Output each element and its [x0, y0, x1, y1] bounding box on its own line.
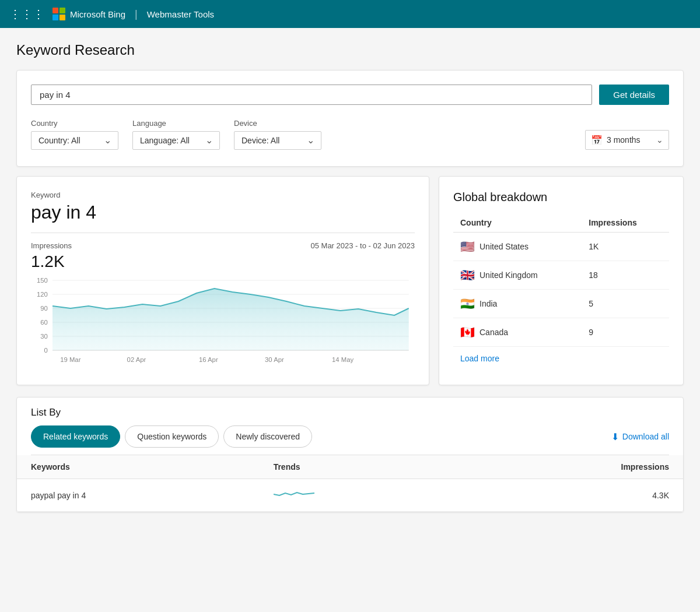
date-select[interactable]: 3 months 1 month 6 months 12 months — [585, 130, 669, 150]
breakdown-row: 🇮🇳 India 5 — [453, 290, 669, 318]
tab-question-keywords[interactable]: Question keywords — [125, 425, 219, 448]
chart-impressions-label: Impressions — [31, 241, 72, 250]
list-by-title: List By — [31, 407, 669, 418]
svg-text:02 Apr: 02 Apr — [127, 356, 146, 363]
windows-icon — [52, 8, 65, 20]
col-keywords: Keywords — [17, 455, 260, 479]
keyword-impressions-cell: 4.3K — [461, 479, 683, 512]
keywords-table: Keywords Trends Impressions paypal pay i… — [17, 455, 683, 512]
breakdown-col-country: Country — [453, 213, 582, 233]
keyword-name-cell: paypal pay in 4 — [17, 479, 260, 512]
download-icon: ⬇ — [611, 431, 619, 442]
get-details-button[interactable]: Get details — [599, 85, 669, 105]
country-name: Canada — [480, 328, 508, 337]
download-all-button[interactable]: ⬇ Download all — [611, 431, 669, 442]
col-trends: Trends — [260, 455, 461, 479]
country-flag: 🇬🇧 — [460, 268, 475, 282]
date-filter: 📅 3 months 1 month 6 months 12 months ⌄ — [585, 130, 669, 150]
country-label: Country — [31, 119, 118, 128]
search-row: Get details — [31, 85, 669, 105]
download-label: Download all — [622, 432, 669, 441]
tabs-container: Related keywordsQuestion keywordsNewly d… — [31, 425, 611, 455]
list-by-section: List By Related keywordsQuestion keyword… — [16, 397, 684, 512]
svg-text:150: 150 — [37, 277, 48, 284]
chart-divider — [31, 233, 415, 233]
breakdown-impressions-cell: 9 — [582, 318, 669, 347]
page-title: Keyword Research — [16, 42, 684, 58]
language-label: Language — [132, 119, 220, 128]
breakdown-country-cell: 🇮🇳 India — [453, 290, 582, 318]
breakdown-title: Global breakdown — [453, 191, 669, 204]
search-card: Get details Country Country: All Languag… — [16, 70, 684, 167]
breakdown-impressions-cell: 5 — [582, 290, 669, 318]
tab-newly-discovered[interactable]: Newly discovered — [223, 425, 312, 448]
svg-text:60: 60 — [40, 319, 48, 326]
svg-text:120: 120 — [37, 291, 48, 298]
svg-text:30: 30 — [40, 333, 48, 340]
breakdown-country-cell: 🇺🇸 United States — [453, 233, 582, 261]
app-name: Microsoft Bing — [70, 9, 125, 19]
breakdown-table: Country Impressions 🇺🇸 United States 1K … — [453, 213, 669, 347]
country-filter: Country Country: All — [31, 119, 118, 150]
logo-area: Microsoft Bing — [52, 8, 125, 20]
tab-related-keywords[interactable]: Related keywords — [31, 425, 120, 448]
svg-marker-12 — [52, 289, 409, 350]
breakdown-row: 🇨🇦 Canada 9 — [453, 318, 669, 347]
main-content-row: Keyword pay in 4 Impressions 05 Mar 2023… — [16, 176, 684, 385]
list-by-header: List By Related keywordsQuestion keyword… — [17, 398, 683, 455]
country-select[interactable]: Country: All — [31, 131, 118, 150]
svg-text:0: 0 — [44, 347, 47, 354]
svg-text:14 May: 14 May — [332, 356, 354, 363]
language-filter: Language Language: All — [132, 119, 220, 150]
tabs-row: Related keywordsQuestion keywordsNewly d… — [31, 425, 669, 455]
breakdown-impressions-cell: 18 — [582, 261, 669, 290]
keyword-search-input[interactable] — [31, 85, 592, 105]
chart-keyword-label: Keyword — [31, 191, 415, 199]
breakdown-row: 🇺🇸 United States 1K — [453, 233, 669, 261]
breakdown-row: 🇬🇧 United Kingdom 18 — [453, 261, 669, 290]
svg-text:16 Apr: 16 Apr — [199, 356, 218, 363]
chart-date-range: 05 Mar 2023 - to - 02 Jun 2023 — [310, 241, 415, 250]
date-select-wrapper: 📅 3 months 1 month 6 months 12 months ⌄ — [585, 130, 669, 150]
chart-impressions-value: 1.2K — [31, 252, 415, 271]
load-more-link[interactable]: Load more — [453, 347, 669, 370]
chart-area: 150 120 90 60 30 0 — [31, 276, 415, 371]
device-label: Device — [234, 119, 321, 128]
country-flag: 🇨🇦 — [460, 325, 475, 339]
tool-name: Webmaster Tools — [147, 9, 214, 19]
chart-keyword-value: pay in 4 — [31, 202, 415, 223]
trend-sparkline — [274, 487, 314, 501]
breakdown-col-impressions: Impressions — [582, 213, 669, 233]
chart-impressions-row: Impressions 05 Mar 2023 - to - 02 Jun 20… — [31, 241, 415, 250]
country-name: United States — [480, 242, 528, 251]
language-select[interactable]: Language: All — [132, 131, 220, 150]
device-filter: Device Device: All — [234, 119, 321, 150]
country-flag: 🇮🇳 — [460, 297, 475, 311]
language-select-wrapper: Language: All — [132, 131, 220, 150]
country-flag: 🇺🇸 — [460, 240, 475, 254]
topnav: ⋮⋮⋮ Microsoft Bing | Webmaster Tools — [0, 0, 700, 28]
breakdown-country-cell: 🇨🇦 Canada — [453, 318, 582, 347]
nav-separator: | — [135, 8, 138, 20]
col-impressions: Impressions — [461, 455, 683, 479]
device-select-wrapper: Device: All — [234, 131, 321, 150]
breakdown-impressions-cell: 1K — [582, 233, 669, 261]
keyword-trend-cell — [260, 479, 461, 512]
breakdown-country-cell: 🇬🇧 United Kingdom — [453, 261, 582, 290]
breakdown-card: Global breakdown Country Impressions 🇺🇸 … — [439, 176, 684, 385]
filters-row: Country Country: All Language Language: … — [31, 119, 669, 150]
country-select-wrapper: Country: All — [31, 131, 118, 150]
country-name: India — [480, 299, 497, 308]
svg-text:90: 90 — [40, 305, 48, 312]
country-name: United Kingdom — [480, 270, 538, 280]
chart-card: Keyword pay in 4 Impressions 05 Mar 2023… — [16, 176, 429, 385]
svg-text:19 Mar: 19 Mar — [60, 356, 80, 363]
device-select[interactable]: Device: All — [234, 131, 321, 150]
svg-text:30 Apr: 30 Apr — [265, 356, 284, 363]
keyword-row: paypal pay in 4 4.3K — [17, 479, 683, 512]
grid-icon[interactable]: ⋮⋮⋮ — [9, 7, 44, 21]
impressions-chart: 150 120 90 60 30 0 — [31, 276, 415, 369]
